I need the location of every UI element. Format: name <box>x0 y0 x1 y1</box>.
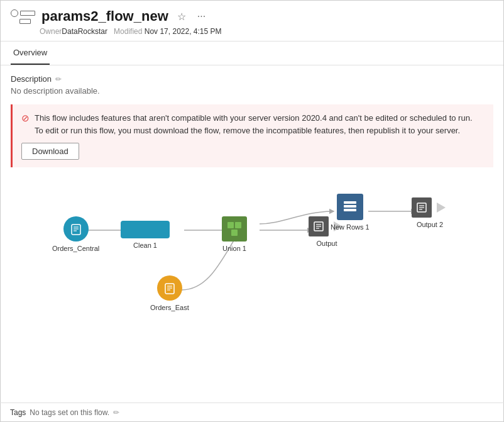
node-new-rows1: New Rows 1 <box>331 194 370 231</box>
node-output2: Output 2 <box>412 197 448 228</box>
description-section: Description ✏ No description available. <box>11 74 493 96</box>
error-icon: ⊘ <box>21 113 30 124</box>
union-icon <box>226 221 243 237</box>
error-message: This flow includes features that aren't … <box>35 112 473 136</box>
svg-rect-8 <box>227 222 234 228</box>
description-label: Description <box>11 74 52 84</box>
more-options-button[interactable]: ··· <box>195 9 208 23</box>
new-rows-icon <box>342 199 358 215</box>
tags-footer: Tags No tags set on this flow. ✏ <box>0 403 504 422</box>
node-output-label: Output <box>316 240 337 247</box>
source-icon <box>70 223 82 235</box>
description-text: No description available. <box>11 86 100 96</box>
orders-east-icon <box>163 282 176 294</box>
main-content: Description ✏ No description available. … <box>1 65 503 365</box>
flow-diagram: Orders_Central Clean 1 Union 1 <box>11 180 493 356</box>
node-clean1: Clean 1 <box>121 221 170 249</box>
header-meta: OwnerDataRockstar Modified Nov 17, 2022,… <box>40 27 493 36</box>
node-output2-label: Output 2 <box>417 221 443 228</box>
flow-type-icon <box>11 9 35 24</box>
tags-value: No tags set on this flow. <box>30 408 109 417</box>
page-title: params2_flow_new <box>41 8 168 25</box>
owner-label: Owner <box>40 27 62 36</box>
page-header: params2_flow_new ☆ ··· OwnerDataRockstar… <box>1 1 503 42</box>
node-new-rows1-label: New Rows 1 <box>331 223 370 231</box>
output-icon <box>312 220 325 233</box>
node-union1-label: Union 1 <box>222 245 246 252</box>
owner-value: DataRockstar <box>62 27 107 36</box>
svg-rect-9 <box>235 222 241 228</box>
tabs-bar: Overview <box>1 42 503 65</box>
edit-tags-icon[interactable]: ✏ <box>113 408 119 417</box>
download-button[interactable]: Download <box>21 143 79 160</box>
svg-rect-4 <box>72 225 80 235</box>
output2-icon <box>415 201 428 214</box>
output2-play-button[interactable] <box>434 201 448 214</box>
svg-rect-10 <box>231 230 238 236</box>
node-orders-central-label: Orders_Central <box>52 245 99 252</box>
svg-rect-17 <box>344 209 356 211</box>
svg-rect-22 <box>165 284 174 294</box>
svg-rect-16 <box>344 205 356 208</box>
node-orders-east: Orders_East <box>150 275 189 311</box>
tab-overview[interactable]: Overview <box>11 42 50 65</box>
modified-label: Modified <box>114 27 142 36</box>
node-orders-east-label: Orders_East <box>150 304 189 311</box>
star-button[interactable]: ☆ <box>175 9 189 24</box>
tags-label: Tags <box>10 408 26 417</box>
node-orders-central: Orders_Central <box>52 216 99 252</box>
edit-description-icon[interactable]: ✏ <box>55 75 62 84</box>
node-union1: Union 1 <box>222 216 247 252</box>
node-clean1-label: Clean 1 <box>133 242 157 249</box>
modified-value: Nov 17, 2022, 4:15 PM <box>145 27 222 36</box>
error-banner: ⊘ This flow includes features that aren'… <box>11 104 493 167</box>
svg-rect-15 <box>344 201 356 204</box>
